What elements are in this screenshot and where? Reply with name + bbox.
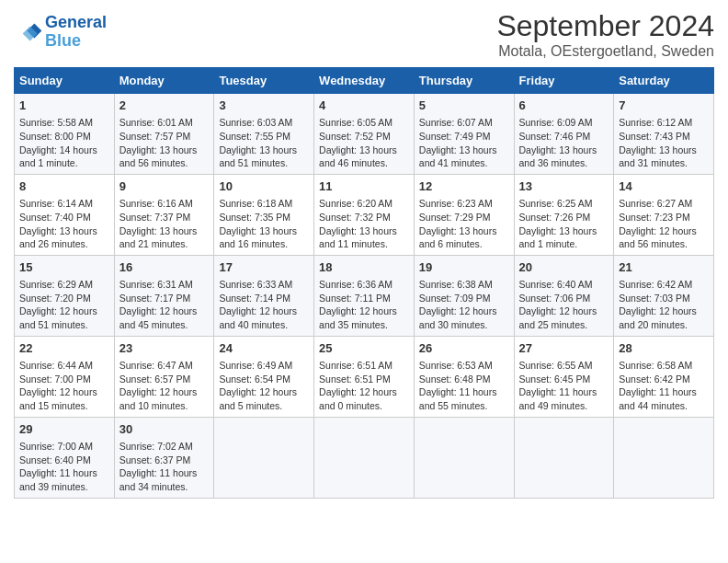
day-info: Sunrise: 6:55 AM Sunset: 6:45 PM Dayligh…: [519, 359, 609, 413]
day-number: 4: [319, 98, 409, 114]
day-info: Sunrise: 5:58 AM Sunset: 8:00 PM Dayligh…: [19, 116, 109, 170]
day-info: Sunrise: 6:38 AM Sunset: 7:09 PM Dayligh…: [419, 278, 509, 332]
day-number: 12: [419, 178, 509, 195]
day-number: 8: [19, 178, 109, 195]
weekday-header-wednesday: Wednesday: [314, 68, 415, 94]
calendar-cell-1-1: 1Sunrise: 5:58 AM Sunset: 8:00 PM Daylig…: [15, 94, 115, 175]
day-number: 7: [619, 98, 709, 114]
day-number: 6: [519, 98, 609, 114]
day-info: Sunrise: 6:07 AM Sunset: 7:49 PM Dayligh…: [419, 116, 509, 170]
day-info: Sunrise: 6:03 AM Sunset: 7:55 PM Dayligh…: [219, 116, 309, 170]
calendar-week-5: 29Sunrise: 7:00 AM Sunset: 6:40 PM Dayli…: [15, 417, 714, 498]
day-number: 24: [219, 340, 309, 357]
page-subtitle: Motala, OEstergoetland, Sweden: [496, 43, 714, 60]
day-number: 27: [519, 340, 609, 357]
weekday-header-saturday: Saturday: [614, 68, 714, 94]
day-number: 30: [119, 421, 210, 438]
day-number: 19: [419, 259, 509, 276]
calendar-cell-2-4: 11Sunrise: 6:20 AM Sunset: 7:32 PM Dayli…: [314, 174, 415, 255]
day-number: 2: [119, 98, 210, 114]
calendar-week-3: 15Sunrise: 6:29 AM Sunset: 7:20 PM Dayli…: [15, 255, 714, 336]
day-number: 26: [419, 340, 509, 357]
calendar-cell-2-1: 8Sunrise: 6:14 AM Sunset: 7:40 PM Daylig…: [15, 174, 115, 255]
day-info: Sunrise: 7:00 AM Sunset: 6:40 PM Dayligh…: [19, 440, 109, 494]
day-info: Sunrise: 6:47 AM Sunset: 6:57 PM Dayligh…: [119, 359, 210, 413]
weekday-header-tuesday: Tuesday: [214, 68, 314, 94]
day-info: Sunrise: 6:23 AM Sunset: 7:29 PM Dayligh…: [419, 197, 509, 251]
day-info: Sunrise: 6:33 AM Sunset: 7:14 PM Dayligh…: [219, 278, 309, 332]
day-number: 11: [319, 178, 409, 195]
day-info: Sunrise: 6:40 AM Sunset: 7:06 PM Dayligh…: [519, 278, 609, 332]
calendar-cell-3-5: 19Sunrise: 6:38 AM Sunset: 7:09 PM Dayli…: [414, 255, 514, 336]
day-info: Sunrise: 6:49 AM Sunset: 6:54 PM Dayligh…: [219, 359, 309, 413]
calendar-cell-1-4: 4Sunrise: 6:05 AM Sunset: 7:52 PM Daylig…: [314, 94, 415, 175]
day-info: Sunrise: 6:42 AM Sunset: 7:03 PM Dayligh…: [619, 278, 709, 332]
day-info: Sunrise: 6:09 AM Sunset: 7:46 PM Dayligh…: [519, 116, 609, 170]
calendar-cell-5-4: [314, 417, 415, 498]
day-info: Sunrise: 6:18 AM Sunset: 7:35 PM Dayligh…: [219, 197, 309, 251]
calendar-cell-4-7: 28Sunrise: 6:58 AM Sunset: 6:42 PM Dayli…: [614, 336, 714, 417]
day-info: Sunrise: 6:16 AM Sunset: 7:37 PM Dayligh…: [119, 197, 210, 251]
calendar-cell-4-1: 22Sunrise: 6:44 AM Sunset: 7:00 PM Dayli…: [15, 336, 115, 417]
day-number: 20: [519, 259, 609, 276]
calendar-cell-1-7: 7Sunrise: 6:12 AM Sunset: 7:43 PM Daylig…: [614, 94, 714, 175]
day-info: Sunrise: 6:25 AM Sunset: 7:26 PM Dayligh…: [519, 197, 609, 251]
day-number: 29: [19, 421, 109, 438]
logo: General Blue: [14, 14, 107, 51]
calendar-week-1: 1Sunrise: 5:58 AM Sunset: 8:00 PM Daylig…: [15, 94, 714, 175]
calendar-cell-3-2: 16Sunrise: 6:31 AM Sunset: 7:17 PM Dayli…: [114, 255, 214, 336]
calendar-cell-4-3: 24Sunrise: 6:49 AM Sunset: 6:54 PM Dayli…: [214, 336, 314, 417]
calendar-cell-3-4: 18Sunrise: 6:36 AM Sunset: 7:11 PM Dayli…: [314, 255, 415, 336]
calendar-cell-3-1: 15Sunrise: 6:29 AM Sunset: 7:20 PM Dayli…: [15, 255, 115, 336]
day-number: 13: [519, 178, 609, 195]
day-info: Sunrise: 6:14 AM Sunset: 7:40 PM Dayligh…: [19, 197, 109, 251]
logo-icon: [14, 17, 43, 47]
day-info: Sunrise: 6:05 AM Sunset: 7:52 PM Dayligh…: [319, 116, 409, 170]
calendar-week-4: 22Sunrise: 6:44 AM Sunset: 7:00 PM Dayli…: [15, 336, 714, 417]
day-number: 21: [619, 259, 709, 276]
calendar-cell-1-3: 3Sunrise: 6:03 AM Sunset: 7:55 PM Daylig…: [214, 94, 314, 175]
day-info: Sunrise: 6:53 AM Sunset: 6:48 PM Dayligh…: [419, 359, 509, 413]
day-number: 14: [619, 178, 709, 195]
day-number: 28: [619, 340, 709, 357]
calendar-cell-4-5: 26Sunrise: 6:53 AM Sunset: 6:48 PM Dayli…: [414, 336, 514, 417]
calendar-cell-2-7: 14Sunrise: 6:27 AM Sunset: 7:23 PM Dayli…: [614, 174, 714, 255]
day-number: 25: [319, 340, 409, 357]
logo-text: General Blue: [45, 14, 107, 51]
page-title: September 2024: [496, 9, 714, 43]
day-number: 17: [219, 259, 309, 276]
calendar-cell-5-2: 30Sunrise: 7:02 AM Sunset: 6:37 PM Dayli…: [114, 417, 214, 498]
calendar-cell-5-1: 29Sunrise: 7:00 AM Sunset: 6:40 PM Dayli…: [15, 417, 115, 498]
weekday-header-friday: Friday: [514, 68, 614, 94]
calendar-cell-5-5: [414, 417, 514, 498]
day-info: Sunrise: 6:12 AM Sunset: 7:43 PM Dayligh…: [619, 116, 709, 170]
calendar-cell-2-2: 9Sunrise: 6:16 AM Sunset: 7:37 PM Daylig…: [114, 174, 214, 255]
calendar-cell-5-6: [514, 417, 614, 498]
day-number: 1: [19, 98, 109, 114]
calendar-cell-4-6: 27Sunrise: 6:55 AM Sunset: 6:45 PM Dayli…: [514, 336, 614, 417]
day-number: 16: [119, 259, 210, 276]
day-number: 10: [219, 178, 309, 195]
day-info: Sunrise: 6:20 AM Sunset: 7:32 PM Dayligh…: [319, 197, 409, 251]
day-number: 15: [19, 259, 109, 276]
day-info: Sunrise: 6:51 AM Sunset: 6:51 PM Dayligh…: [319, 359, 409, 413]
calendar-cell-1-5: 5Sunrise: 6:07 AM Sunset: 7:49 PM Daylig…: [414, 94, 514, 175]
calendar-cell-2-3: 10Sunrise: 6:18 AM Sunset: 7:35 PM Dayli…: [214, 174, 314, 255]
calendar-cell-3-6: 20Sunrise: 6:40 AM Sunset: 7:06 PM Dayli…: [514, 255, 614, 336]
weekday-header-row: SundayMondayTuesdayWednesdayThursdayFrid…: [15, 68, 714, 94]
calendar-cell-2-6: 13Sunrise: 6:25 AM Sunset: 7:26 PM Dayli…: [514, 174, 614, 255]
day-info: Sunrise: 6:01 AM Sunset: 7:57 PM Dayligh…: [119, 116, 210, 170]
weekday-header-sunday: Sunday: [15, 68, 115, 94]
calendar-week-2: 8Sunrise: 6:14 AM Sunset: 7:40 PM Daylig…: [15, 174, 714, 255]
calendar-cell-2-5: 12Sunrise: 6:23 AM Sunset: 7:29 PM Dayli…: [414, 174, 514, 255]
calendar-cell-1-2: 2Sunrise: 6:01 AM Sunset: 7:57 PM Daylig…: [114, 94, 214, 175]
day-number: 5: [419, 98, 509, 114]
calendar-cell-1-6: 6Sunrise: 6:09 AM Sunset: 7:46 PM Daylig…: [514, 94, 614, 175]
calendar-cell-5-7: [614, 417, 714, 498]
day-number: 18: [319, 259, 409, 276]
title-block: September 2024 Motala, OEstergoetland, S…: [496, 9, 714, 60]
calendar-cell-3-3: 17Sunrise: 6:33 AM Sunset: 7:14 PM Dayli…: [214, 255, 314, 336]
day-number: 9: [119, 178, 210, 195]
calendar-cell-5-3: [214, 417, 314, 498]
day-info: Sunrise: 6:58 AM Sunset: 6:42 PM Dayligh…: [619, 359, 709, 413]
